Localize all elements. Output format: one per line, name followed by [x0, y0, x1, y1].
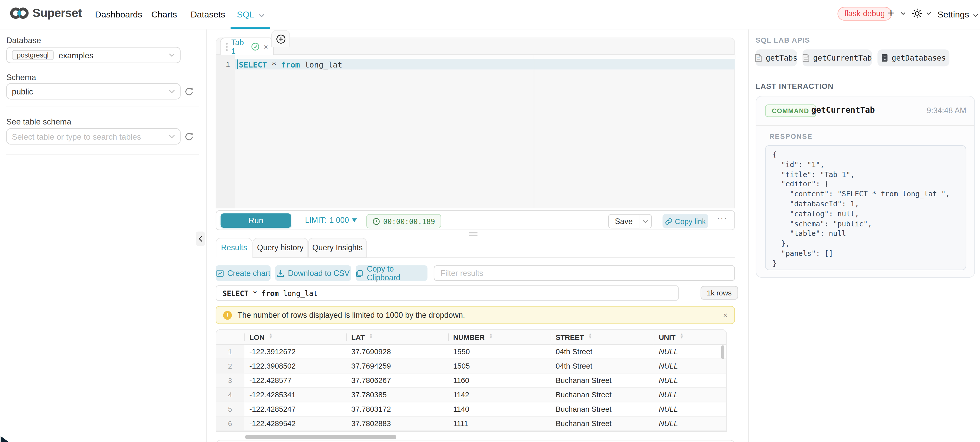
- refresh-schema-icon[interactable]: [185, 87, 194, 97]
- database-select[interactable]: postgresql examples: [6, 47, 180, 63]
- row-count-badge: 1k rows: [700, 286, 738, 300]
- api-panel-title: SQL LAB APIS: [756, 36, 810, 44]
- row-number-cell: 5: [216, 402, 244, 416]
- command-timestamp: 9:34:48 AM: [927, 106, 966, 115]
- table-select[interactable]: Select table or type to search tables: [6, 128, 180, 145]
- chevron-down-icon: [169, 89, 175, 93]
- editor-top-padding: [216, 55, 736, 59]
- database-value: examples: [59, 50, 94, 60]
- superset-logo[interactable]: Superset: [10, 5, 82, 21]
- sort-icon[interactable]: ▲▼: [489, 333, 493, 340]
- tab-query-history[interactable]: Query history: [253, 238, 308, 258]
- more-actions-button[interactable]: ···: [717, 213, 727, 223]
- add-tab-button[interactable]: [271, 30, 290, 47]
- copy-clipboard-button[interactable]: Copy to Clipboard: [356, 265, 428, 281]
- column-header[interactable]: UNIT▲▼: [654, 330, 727, 345]
- filter-results-input[interactable]: [434, 265, 735, 281]
- sql-lab-page: Superset Dashboards Charts Datasets SQL …: [0, 0, 980, 442]
- drag-handle-icon[interactable]: [226, 42, 228, 51]
- chevron-down-icon: [169, 134, 175, 138]
- sort-icon[interactable]: ▲▼: [269, 333, 273, 340]
- chevron-down-icon: [259, 14, 265, 18]
- command-badge: COMMAND: [765, 104, 816, 117]
- chevron-down-icon[interactable]: [900, 12, 906, 15]
- sort-icon[interactable]: ▲▼: [680, 333, 684, 340]
- table-row[interactable]: 5-122.428524737.78031721140Buchanan Stre…: [216, 402, 726, 416]
- nav-datasets[interactable]: Datasets: [191, 10, 225, 19]
- copy-link-button[interactable]: Copy link: [663, 214, 708, 228]
- close-tab-icon[interactable]: ×: [264, 42, 268, 51]
- brand-name: Superset: [33, 6, 82, 20]
- column-header[interactable]: STREET▲▼: [550, 330, 654, 345]
- row-limit-warning: ! The number of rows displayed is limite…: [216, 306, 735, 324]
- nav-charts[interactable]: Charts: [151, 10, 177, 19]
- run-query-button[interactable]: Run: [221, 213, 291, 228]
- schema-select[interactable]: public: [6, 83, 180, 99]
- new-item-button[interactable]: +: [888, 6, 894, 20]
- table-cell: -122.4289542: [244, 416, 346, 431]
- table-cell: 1505: [448, 359, 551, 373]
- column-header[interactable]: LON▲▼: [244, 330, 346, 345]
- tab-title: Tab 1: [231, 38, 248, 55]
- table-cell: 37.7803172: [346, 402, 448, 416]
- table-row[interactable]: 2-122.390850237.7694259150504th StreetNU…: [216, 359, 726, 373]
- sort-icon[interactable]: ▲▼: [369, 333, 373, 340]
- caret-down-icon: [352, 219, 357, 222]
- save-query-button[interactable]: Save: [608, 214, 640, 228]
- close-warning-icon[interactable]: ×: [723, 311, 727, 319]
- table-row[interactable]: 4-122.428534137.7803851142Buchanan Stree…: [216, 388, 726, 402]
- column-divider: [346, 333, 347, 341]
- query-tab-1[interactable]: Tab 1 ×: [220, 37, 274, 55]
- limit-dropdown[interactable]: LIMIT:1 000: [305, 216, 357, 225]
- text-caret: [237, 59, 238, 69]
- column-header[interactable]: LAT▲▼: [346, 330, 448, 345]
- nav-dashboards[interactable]: Dashboards: [95, 10, 142, 19]
- table-cell: 37.7694259: [346, 359, 448, 373]
- resize-drag-handle[interactable]: [469, 232, 477, 236]
- response-code-block: { "id": "1", "title": "Tab 1", "editor":…: [765, 145, 966, 271]
- sql-lab-api-panel: SQL LAB APIS getTabs getCurrentTab getDa…: [748, 30, 980, 442]
- results-table: LON▲▼LAT▲▼NUMBER▲▼STREET▲▼UNIT▲▼ 1-122.3…: [216, 329, 727, 432]
- table-row[interactable]: 6-122.428954237.78028831111Buchanan Stre…: [216, 416, 726, 431]
- sql-statement: SELECT * from long_lat: [239, 60, 342, 70]
- download-csv-button[interactable]: Download to CSV: [275, 265, 351, 281]
- row-number-cell: 1: [216, 345, 244, 359]
- tab-results[interactable]: Results: [216, 238, 253, 258]
- schema-value: public: [12, 87, 33, 96]
- table-cell: 1140: [448, 402, 551, 416]
- get-databases-button[interactable]: getDatabases: [877, 49, 949, 67]
- vertical-scrollbar-thumb[interactable]: [721, 345, 724, 359]
- interaction-card: COMMAND getCurrentTab 9:34:48 AM RESPONS…: [756, 96, 975, 278]
- database-label: Database: [6, 36, 41, 45]
- horizontal-scrollbar-thumb[interactable]: [245, 435, 396, 439]
- nav-sql[interactable]: SQL: [237, 10, 265, 19]
- sql-code-editor[interactable]: 1 SELECT * from long_lat: [216, 55, 735, 208]
- row-number-cell: 4: [216, 388, 244, 402]
- column-header[interactable]: NUMBER▲▼: [448, 330, 551, 345]
- sql-editor-panel: Tab 1 × 1 SELECT * from long_lat Run LIM…: [207, 30, 748, 442]
- tab-query-insights[interactable]: Query Insights: [308, 238, 367, 258]
- table-cell: Buchanan Street: [550, 373, 654, 388]
- save-options-button[interactable]: [639, 214, 652, 228]
- theme-sun-icon[interactable]: [912, 8, 922, 19]
- table-row[interactable]: 1-122.391267237.7690928155004th StreetNU…: [216, 345, 726, 359]
- sidebar-divider: [6, 106, 199, 106]
- settings-menu[interactable]: Settings: [937, 10, 979, 19]
- get-current-tab-button[interactable]: getCurrentTab: [803, 49, 872, 67]
- create-chart-button[interactable]: Create chart: [216, 265, 271, 281]
- get-tabs-button[interactable]: getTabs: [756, 49, 797, 67]
- results-table-body: 1-122.391267237.7690928155004th StreetNU…: [216, 345, 726, 431]
- refresh-tables-icon[interactable]: [185, 132, 194, 141]
- print-margin-line: [534, 55, 535, 208]
- table-cell: -122.428577: [244, 373, 346, 388]
- table-cell: 1160: [448, 373, 551, 388]
- table-row[interactable]: 3-122.42857737.78062671160Buchanan Stree…: [216, 373, 726, 388]
- download-icon: [277, 269, 284, 277]
- table-cell: 37.780385: [346, 388, 448, 402]
- column-divider: [550, 333, 551, 341]
- sort-icon[interactable]: ▲▼: [589, 333, 592, 340]
- collapse-sidebar-button[interactable]: [196, 231, 205, 246]
- table-cell: NULL: [654, 388, 727, 402]
- response-label: RESPONSE: [770, 133, 813, 140]
- chevron-down-icon[interactable]: [926, 12, 931, 15]
